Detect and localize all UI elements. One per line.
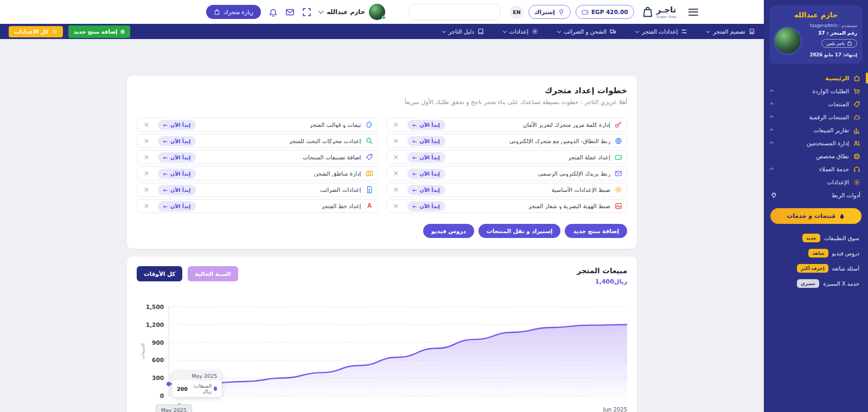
- arrow-left-icon: ←: [413, 187, 417, 193]
- bag-icon: [847, 41, 852, 46]
- products-services-button[interactable]: مُنتجات و خدمات: [770, 208, 861, 224]
- start-now-label: إبدأ الآن: [170, 171, 190, 177]
- sidebar-item-users[interactable]: إدارة المستخدمين: [764, 137, 868, 150]
- tab-all-time[interactable]: كل الأوقات: [137, 266, 182, 281]
- language-toggle[interactable]: EN: [510, 5, 524, 19]
- start-now-button[interactable]: إبدأ الآن←: [407, 201, 445, 211]
- start-now-button[interactable]: إبدأ الآن←: [158, 136, 196, 146]
- promo-label: دروس فيديو: [832, 250, 860, 256]
- start-now-button[interactable]: إبدأ الآن←: [407, 152, 445, 163]
- start-now-button[interactable]: إبدأ الآن←: [407, 169, 445, 179]
- footer-action-button[interactable]: إستيراد و نقل المنتجات: [478, 224, 561, 238]
- map-icon: [366, 170, 373, 177]
- sidebar-item-home[interactable]: الرئيسية: [764, 72, 868, 85]
- user-menu[interactable]: حازم عبدالله: [319, 4, 385, 20]
- sales-range-tabs: السنة الحالية كل الأوقات: [137, 266, 238, 281]
- setup-step-label: إعداد خط المتجر: [200, 203, 361, 209]
- start-now-label: إبدأ الآن: [420, 122, 440, 128]
- start-now-button[interactable]: إبدأ الآن←: [407, 120, 445, 130]
- footer-action-button[interactable]: إضافة منتج جديد: [565, 224, 627, 238]
- hamburger-menu-icon[interactable]: [688, 7, 698, 17]
- subscribe-pill[interactable]: إشتراك: [528, 5, 571, 19]
- sidebar-item-globe2[interactable]: نطاق مخصص: [764, 150, 868, 163]
- start-now-button[interactable]: إبدأ الآن←: [158, 120, 196, 130]
- avatar[interactable]: [369, 4, 385, 20]
- dismiss-step-icon[interactable]: ×: [144, 186, 149, 193]
- profile-username: مستخدم : taageradmin: [805, 23, 857, 28]
- arrow-left-icon: ←: [163, 138, 168, 144]
- sidebar-item-plug[interactable]: أدوات الربط: [764, 189, 868, 202]
- all-settings-button[interactable]: كل الاعدادات: [9, 26, 63, 37]
- sidebar-item-headset[interactable]: خدمة العملاء: [764, 163, 868, 176]
- sidebar-item-cart[interactable]: الطلبات الواردة: [764, 85, 868, 98]
- promo-link[interactable]: خدمة X المميزةحصري: [764, 276, 868, 291]
- y-tick-label: 900: [152, 339, 164, 346]
- nav-item-truck[interactable]: الشحن و الضرائب: [558, 28, 616, 35]
- dismiss-step-icon[interactable]: ×: [144, 154, 149, 160]
- nav-item-store[interactable]: تصميم المتجر: [707, 28, 755, 35]
- promo-badge: إعرف أكثر: [797, 264, 828, 273]
- nav-item-sliders[interactable]: إعدادات المتجر: [636, 28, 687, 35]
- arrow-left-icon: ←: [163, 171, 168, 177]
- dismiss-step-icon[interactable]: ×: [393, 121, 399, 128]
- add-product-button[interactable]: ⊕ إضافة منتج جديد: [68, 25, 131, 38]
- tab-current-year[interactable]: السنة الحالية: [188, 266, 238, 281]
- sidebar-item-label: نطاق مخصص: [770, 153, 849, 159]
- y-tick-label: 300: [152, 375, 164, 381]
- start-now-button[interactable]: إبدأ الآن←: [158, 201, 196, 211]
- dismiss-step-icon[interactable]: ×: [393, 170, 399, 177]
- footer-action-button[interactable]: دروس فيديو: [423, 224, 474, 238]
- sidebar-item-label: الرئيسية: [770, 75, 849, 81]
- cart-icon: [853, 88, 860, 95]
- dismiss-step-icon[interactable]: ×: [144, 203, 149, 209]
- start-now-button[interactable]: إبدأ الآن←: [158, 169, 196, 179]
- tag-icon: [853, 101, 860, 108]
- dismiss-step-icon[interactable]: ×: [393, 186, 399, 193]
- promo-link[interactable]: دروس فيديوشاهد: [764, 246, 868, 261]
- start-now-label: إبدأ الآن: [170, 122, 190, 128]
- dismiss-step-icon[interactable]: ×: [393, 138, 399, 144]
- chart-plot-area[interactable]: May 2025 المبيعات: ريال 200 May 2025 Jun…: [169, 307, 627, 396]
- promo-link[interactable]: أسئلة شائعةإعرف أكثر: [764, 261, 868, 276]
- sidebar-item-cloud[interactable]: المنتجات الرقمية: [764, 111, 868, 124]
- balance-pill[interactable]: EGP 420.00: [576, 5, 634, 19]
- x-axis-end-label: Jun 2025: [603, 407, 627, 412]
- balance-value: EGP 420.00: [591, 9, 628, 15]
- bag-icon: [214, 9, 220, 15]
- search-input[interactable]: [409, 4, 500, 20]
- start-now-button[interactable]: إبدأ الآن←: [158, 152, 196, 163]
- dismiss-step-icon[interactable]: ×: [144, 170, 149, 177]
- globe-icon: [615, 137, 622, 145]
- dismiss-step-icon[interactable]: ×: [144, 121, 149, 128]
- gear-icon: [853, 179, 860, 186]
- dismiss-step-icon[interactable]: ×: [393, 154, 399, 160]
- nav-item-gear[interactable]: إعدادات: [503, 28, 538, 35]
- dismiss-step-icon[interactable]: ×: [144, 138, 149, 144]
- promo-link[interactable]: سوق التطبيقاتجديد: [764, 230, 868, 246]
- truck-icon: [610, 28, 616, 35]
- dismiss-step-icon[interactable]: ×: [393, 203, 399, 209]
- products-services-label: مُنتجات و خدمات: [787, 213, 835, 220]
- sidebar-item-label: تقارير المبيعات: [777, 127, 849, 133]
- start-now-button[interactable]: إبدأ الآن←: [407, 185, 445, 195]
- nav-item-book[interactable]: دليل التاجر: [443, 28, 484, 35]
- sidebar-item-chart[interactable]: تقارير المبيعات: [764, 124, 868, 137]
- visit-store-button[interactable]: زيارة متجرك: [206, 5, 261, 19]
- setup-step-row: إضافة تصنيفات المنتجاتإبدأ الآن←×: [137, 150, 378, 164]
- arrow-left-icon: ←: [413, 203, 417, 209]
- sidebar-item-gear[interactable]: الإعدادات: [764, 176, 868, 189]
- mail-icon[interactable]: [285, 8, 295, 17]
- visit-store-label: زيارة متجرك: [224, 9, 253, 15]
- arrow-left-icon: ←: [163, 187, 168, 193]
- arrow-left-icon: ←: [413, 154, 417, 160]
- start-now-button[interactable]: إبدأ الآن←: [407, 136, 445, 146]
- start-now-label: إبدأ الآن: [420, 154, 440, 160]
- bell-icon[interactable]: [269, 8, 278, 17]
- fullscreen-icon[interactable]: [302, 8, 311, 17]
- start-now-button[interactable]: إبدأ الآن←: [158, 185, 196, 195]
- setup-step-label: إعدادات الضرائب: [200, 186, 361, 193]
- sidebar-item-tag[interactable]: المنتجات: [764, 98, 868, 111]
- sidebar-promos: سوق التطبيقاتجديددروس فيديوشاهدأسئلة شائ…: [764, 230, 868, 291]
- users-icon: [853, 140, 860, 147]
- profile-name: حازم عبدالله: [775, 11, 857, 19]
